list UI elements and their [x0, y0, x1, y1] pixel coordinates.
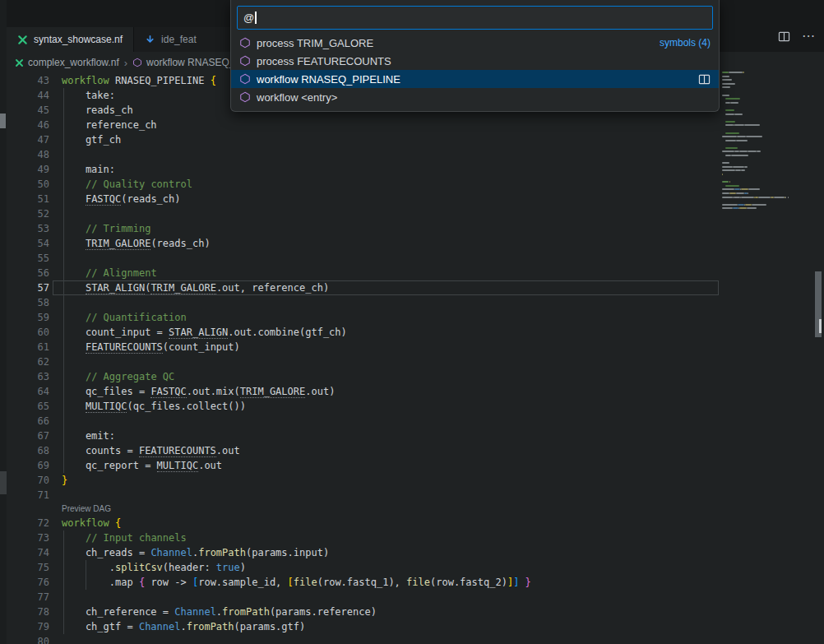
- code-line[interactable]: 67 emit:: [7, 429, 719, 443]
- code-line[interactable]: 62: [7, 354, 719, 369]
- code-line[interactable]: 55: [7, 251, 719, 266]
- more-actions-icon[interactable]: ⋯: [802, 30, 816, 43]
- line-number[interactable]: 77: [7, 590, 49, 605]
- line-number[interactable]: 62: [7, 354, 49, 369]
- line-number[interactable]: 43: [7, 73, 49, 88]
- symbol-namespace-icon: [239, 37, 251, 49]
- indent-guide: [86, 560, 86, 590]
- line-number[interactable]: 63: [7, 369, 49, 384]
- code-line[interactable]: 76 .map { row -> [row.sample_id, [file(r…: [7, 575, 719, 590]
- open-to-side-icon[interactable]: [698, 74, 711, 85]
- line-number[interactable]: 78: [7, 605, 49, 619]
- line-number[interactable]: 73: [7, 530, 49, 545]
- code-line[interactable]: 59 // Quantification: [7, 310, 719, 325]
- code-line[interactable]: 54 TRIM_GALORE(reads_ch): [7, 236, 719, 251]
- code-line[interactable]: 58: [7, 295, 719, 310]
- code-line[interactable]: 49 main:: [7, 162, 719, 177]
- code-line[interactable]: 56 // Alignment: [7, 266, 719, 280]
- code-line[interactable]: 66: [7, 414, 719, 429]
- line-number[interactable]: 74: [7, 545, 49, 560]
- breadcrumb-file[interactable]: complex_workflow.nf: [15, 57, 119, 68]
- line-number[interactable]: 49: [7, 162, 49, 177]
- line-number[interactable]: 67: [7, 429, 49, 443]
- line-number[interactable]: 58: [7, 295, 49, 310]
- line-number[interactable]: 46: [7, 118, 49, 132]
- line-number[interactable]: 44: [7, 88, 49, 103]
- code-text: STAR_ALIGN(TRIM_GALORE.out, reference_ch…: [62, 280, 329, 295]
- codelens-preview-dag[interactable]: Preview DAG: [7, 503, 719, 516]
- line-number[interactable]: 72: [7, 516, 49, 530]
- tab-label: syntax_showcase.nf: [34, 34, 123, 45]
- text-cursor: [255, 12, 257, 24]
- line-number[interactable]: 47: [7, 132, 49, 147]
- code-text: MULTIQC(qc_files.collect()): [62, 399, 246, 414]
- code-line[interactable]: 51 FASTQC(reads_ch): [7, 192, 719, 206]
- code-line[interactable]: 71: [7, 488, 719, 503]
- code-line[interactable]: 72workflow {: [7, 516, 719, 530]
- line-number[interactable]: 71: [7, 488, 49, 503]
- code-line[interactable]: 74 ch_reads = Channel.fromPath(params.in…: [7, 545, 719, 560]
- code-line[interactable]: 48: [7, 147, 719, 162]
- minimap[interactable]: [722, 72, 798, 644]
- code-line[interactable]: 61 FEATURECOUNTS(count_input): [7, 340, 719, 354]
- code-text: reads_ch: [62, 103, 133, 118]
- line-number[interactable]: 64: [7, 384, 49, 399]
- quick-open-item-workflow-entry[interactable]: workflow <entry>: [231, 88, 719, 106]
- line-number[interactable]: 66: [7, 414, 49, 429]
- line-number[interactable]: 52: [7, 206, 49, 221]
- code-line[interactable]: 50 // Quality control: [7, 177, 719, 192]
- code-line[interactable]: 79 ch_gtf = Channel.fromPath(params.gtf): [7, 619, 719, 634]
- line-number[interactable]: 76: [7, 575, 49, 590]
- line-number[interactable]: 69: [7, 458, 49, 473]
- tab-syntax-showcase[interactable]: syntax_showcase.nf: [7, 27, 134, 52]
- code-line[interactable]: 80: [7, 634, 719, 644]
- line-number[interactable]: 53: [7, 221, 49, 236]
- line-number[interactable]: 57: [7, 280, 49, 295]
- left-edge-marker-2: [0, 471, 7, 494]
- quick-open-item-featurecounts[interactable]: process FEATURECOUNTS: [231, 52, 719, 70]
- line-number[interactable]: 65: [7, 399, 49, 414]
- quick-open-item-trim-galore[interactable]: process TRIM_GALORE symbols (4): [231, 34, 719, 52]
- quick-open-item-rnaseq-pipeline[interactable]: workflow RNASEQ_PIPELINE: [231, 70, 719, 88]
- code-line[interactable]: 73 // Input channels: [7, 530, 719, 545]
- line-number[interactable]: 68: [7, 443, 49, 458]
- item-label: workflow RNASEQ_PIPELINE: [257, 73, 400, 86]
- code-line[interactable]: 78 ch_reference = Channel.fromPath(param…: [7, 605, 719, 619]
- code-line[interactable]: 77: [7, 590, 719, 605]
- code-line[interactable]: 64 qc_files = FASTQC.out.mix(TRIM_GALORE…: [7, 384, 719, 399]
- line-number[interactable]: 56: [7, 266, 49, 280]
- code-line[interactable]: 60 count_input = STAR_ALIGN.out.combine(…: [7, 325, 719, 340]
- code-line[interactable]: 46 reference_ch: [7, 118, 719, 132]
- line-number[interactable]: 61: [7, 340, 49, 354]
- code-line[interactable]: 47 gtf_ch: [7, 132, 719, 147]
- line-number[interactable]: 75: [7, 560, 49, 575]
- line-number[interactable]: 59: [7, 310, 49, 325]
- code-line[interactable]: 52: [7, 206, 719, 221]
- line-number[interactable]: 55: [7, 251, 49, 266]
- line-number[interactable]: 54: [7, 236, 49, 251]
- line-number[interactable]: 79: [7, 619, 49, 634]
- overview-ruler-mark: [819, 319, 822, 333]
- nextflow-icon: [17, 35, 28, 45]
- line-number[interactable]: 70: [7, 473, 49, 488]
- split-editor-icon[interactable]: [778, 31, 790, 42]
- code-text: qc_files = FASTQC.out.mix(TRIM_GALORE.ou…: [62, 384, 335, 399]
- code-line[interactable]: 68 counts = FEATURECOUNTS.out: [7, 443, 719, 458]
- code-text: TRIM_GALORE(reads_ch): [62, 236, 211, 251]
- code-line[interactable]: 75 .splitCsv(header: true): [7, 560, 719, 575]
- line-number[interactable]: 50: [7, 177, 49, 192]
- code-line[interactable]: 63 // Aggregate QC: [7, 369, 719, 384]
- code-line[interactable]: 57 STAR_ALIGN(TRIM_GALORE.out, reference…: [7, 280, 719, 295]
- line-number[interactable]: 51: [7, 192, 49, 206]
- code-text: main:: [62, 162, 115, 177]
- quick-open-input[interactable]: @: [237, 6, 713, 30]
- code-line[interactable]: 65 MULTIQC(qc_files.collect()): [7, 399, 719, 414]
- code-area[interactable]: 43workflow RNASEQ_PIPELINE {44 take:45 r…: [7, 73, 719, 644]
- code-line[interactable]: 53 // Trimming: [7, 221, 719, 236]
- code-line[interactable]: 69 qc_report = MULTIQC.out: [7, 458, 719, 473]
- code-line[interactable]: 70}: [7, 473, 719, 488]
- line-number[interactable]: 80: [7, 634, 49, 644]
- line-number[interactable]: 45: [7, 103, 49, 118]
- line-number[interactable]: 60: [7, 325, 49, 340]
- line-number[interactable]: 48: [7, 147, 49, 162]
